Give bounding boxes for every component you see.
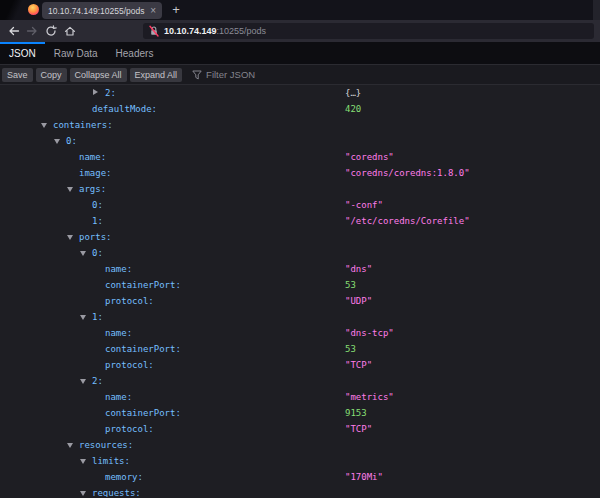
collapse-twisty-icon[interactable]	[67, 187, 73, 192]
json-value: "/etc/coredns/Corefile"	[345, 213, 470, 229]
collapse-twisty-icon[interactable]	[67, 235, 73, 240]
window-edge	[593, 0, 600, 20]
url-path: :10255/pods	[217, 26, 267, 36]
json-value: "170Mi"	[345, 469, 383, 485]
json-row: containerPort:9153	[0, 405, 600, 421]
json-row[interactable]: 1:	[0, 309, 600, 325]
collapse-twisty-icon[interactable]	[80, 459, 86, 464]
json-value: "coredns"	[345, 149, 394, 165]
json-key: args:	[79, 181, 106, 197]
json-key: memory:	[105, 469, 143, 485]
tab-json[interactable]: JSON	[0, 42, 45, 64]
json-row: protocol:"TCP"	[0, 421, 600, 437]
json-row: 0:"-conf"	[0, 197, 600, 213]
tab-close-icon[interactable]: ×	[150, 2, 156, 19]
json-row: 1:"/etc/coredns/Corefile"	[0, 213, 600, 229]
json-row[interactable]: 0:	[0, 133, 600, 149]
json-row[interactable]: ports:	[0, 229, 600, 245]
save-button[interactable]: Save	[2, 68, 33, 82]
tab-headers[interactable]: Headers	[107, 42, 163, 64]
expand-all-button[interactable]: Expand All	[130, 68, 183, 82]
json-row: image:"coredns/coredns:1.8.0"	[0, 165, 600, 181]
json-key: 2:	[92, 373, 103, 389]
insecure-lock-icon[interactable]	[149, 25, 159, 37]
json-value: "coredns/coredns:1.8.0"	[345, 165, 470, 181]
json-row: name:"metrics"	[0, 389, 600, 405]
json-key: name:	[105, 261, 132, 277]
json-key: limits:	[92, 453, 130, 469]
navigation-toolbar: 10.10.74.149:10255/pods	[0, 20, 600, 42]
filter-json-input[interactable]	[206, 69, 326, 80]
json-key: containerPort:	[105, 277, 181, 293]
url-bar[interactable]: 10.10.74.149:10255/pods	[143, 23, 594, 39]
json-key: containerPort:	[105, 405, 181, 421]
json-key: ports:	[79, 229, 112, 245]
reload-button[interactable]	[43, 23, 59, 39]
json-row[interactable]: requests:	[0, 485, 600, 497]
collapse-twisty-icon[interactable]	[80, 379, 86, 384]
json-value: "UDP"	[345, 293, 372, 309]
back-button[interactable]	[6, 23, 22, 39]
url-text: 10.10.74.149:10255/pods	[164, 26, 266, 36]
collapse-twisty-icon[interactable]	[41, 123, 47, 128]
json-key: protocol:	[105, 421, 154, 437]
json-row[interactable]: limits:	[0, 453, 600, 469]
firefox-logo-icon	[28, 4, 39, 15]
json-value: {…}	[345, 85, 361, 101]
json-row: memory:"170Mi"	[0, 469, 600, 485]
json-row: protocol:"UDP"	[0, 293, 600, 309]
collapse-twisty-icon[interactable]	[80, 251, 86, 256]
filter-json-box	[192, 69, 326, 80]
json-viewer-toolbar: Save Copy Collapse All Expand All	[0, 65, 600, 85]
json-row[interactable]: resources:	[0, 437, 600, 453]
json-value: "dns"	[345, 261, 372, 277]
json-value: "TCP"	[345, 357, 372, 373]
filter-funnel-icon	[192, 70, 202, 80]
json-row[interactable]: args:	[0, 181, 600, 197]
json-key: name:	[105, 389, 132, 405]
json-viewer-tab-bar: JSON Raw Data Headers	[0, 42, 600, 65]
json-key: defaultMode:	[92, 101, 157, 117]
json-value: 53	[345, 341, 356, 357]
json-row: name:"dns"	[0, 261, 600, 277]
expand-twisty-icon[interactable]	[93, 89, 98, 95]
collapse-twisty-icon[interactable]	[54, 139, 60, 144]
collapse-twisty-icon[interactable]	[80, 491, 86, 496]
json-key: 1:	[92, 309, 103, 325]
json-key: requests:	[92, 485, 141, 497]
json-value: 53	[345, 277, 356, 293]
copy-button[interactable]: Copy	[36, 68, 67, 82]
json-row: defaultMode:420	[0, 101, 600, 117]
json-key: 2:	[105, 85, 116, 101]
json-row: name:"dns-tcp"	[0, 325, 600, 341]
json-row[interactable]: 2:	[0, 373, 600, 389]
json-value: "-conf"	[345, 197, 383, 213]
collapse-all-button[interactable]: Collapse All	[70, 68, 127, 82]
new-tab-button[interactable]: +	[167, 1, 185, 19]
json-key: containerPort:	[105, 341, 181, 357]
json-row[interactable]: 2:{…}	[0, 85, 600, 101]
json-row[interactable]: 0:	[0, 245, 600, 261]
json-key: image:	[79, 165, 112, 181]
collapse-twisty-icon[interactable]	[67, 443, 73, 448]
json-key: protocol:	[105, 357, 154, 373]
tab-raw-data[interactable]: Raw Data	[45, 42, 107, 64]
forward-button[interactable]	[24, 23, 40, 39]
home-button[interactable]	[62, 23, 78, 39]
json-row: containerPort:53	[0, 277, 600, 293]
desktop-corner-artifact	[0, 0, 30, 20]
json-tree: 2:{…}defaultMode:420containers:0:name:"c…	[0, 85, 600, 497]
json-value: 9153	[345, 405, 367, 421]
json-key: name:	[79, 149, 106, 165]
tab-title: 10.10.74.149:10255/pods	[48, 6, 146, 16]
json-key: 0:	[66, 133, 77, 149]
json-row[interactable]: containers:	[0, 117, 600, 133]
url-host: 10.10.74.149	[164, 26, 217, 36]
collapse-twisty-icon[interactable]	[80, 315, 86, 320]
json-key: 0:	[92, 245, 103, 261]
browser-tab[interactable]: 10.10.74.149:10255/pods ×	[42, 2, 162, 19]
json-key: containers:	[53, 117, 113, 133]
json-row: containerPort:53	[0, 341, 600, 357]
json-value: "TCP"	[345, 421, 372, 437]
json-key: 0:	[92, 197, 103, 213]
